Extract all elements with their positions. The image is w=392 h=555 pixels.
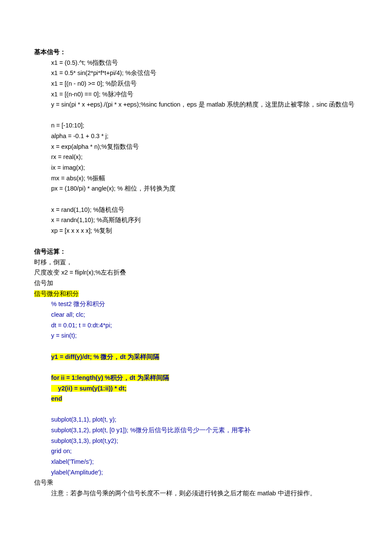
highlight: end bbox=[51, 395, 62, 402]
spacer bbox=[34, 194, 358, 205]
highlight: y2(ii) = sum(y(1:ii)) * dt; bbox=[51, 385, 127, 392]
code-line: n = [-10:10]; bbox=[51, 120, 358, 131]
code-block-7: subplot(3,1,1), plot(t, y); subplot(3,1,… bbox=[34, 414, 358, 477]
code-block-3: x = rand(1,10); %随机信号 x = randn(1,10); %… bbox=[34, 205, 358, 236]
code-line: px = (180/pi) * angle(x); % 相位，并转换为度 bbox=[51, 183, 358, 194]
code-line: grid on; bbox=[51, 446, 358, 457]
code-line: ylabel('Amplitude'); bbox=[51, 467, 358, 478]
code-line-highlight: y2(ii) = sum(y(1:ii)) * dt; bbox=[51, 383, 358, 394]
code-line: x1 = [(n-n0) == 0]; %脉冲信号 bbox=[51, 89, 358, 100]
text-line: 时移，倒置， bbox=[34, 257, 358, 268]
spacer bbox=[34, 110, 358, 121]
note-block: 注意：若参与信号乘的两个信号长度不一样，则必须进行转换之后才能在 matlab … bbox=[34, 488, 358, 499]
code-line: mx = abs(x); %振幅 bbox=[51, 173, 358, 184]
spacer bbox=[34, 362, 358, 373]
highlight: for ii = 1:length(y) %积分，dt 为采样间隔 bbox=[51, 374, 169, 381]
code-line-highlight: for ii = 1:length(y) %积分，dt 为采样间隔 bbox=[51, 373, 358, 383]
code-line: x = rand(1,10); %随机信号 bbox=[51, 205, 358, 215]
code-line: rx = real(x); bbox=[51, 152, 358, 162]
code-line: x = exp(alpha * n);%复指数信号 bbox=[51, 142, 358, 152]
text-line-highlight: 信号微分和积分 bbox=[34, 289, 358, 299]
code-block-6: for ii = 1:length(y) %积分，dt 为采样间隔 y2(ii)… bbox=[34, 373, 358, 404]
code-line: x1 = (0.5).^t; %指数信号 bbox=[51, 58, 358, 68]
code-line: clear all; clc; bbox=[51, 309, 358, 320]
code-line: x1 = 0.5* sin(2*pi*f*t+pi/4); %余弦信号 bbox=[51, 68, 358, 78]
page: 基本信号： x1 = (0.5).^t; %指数信号 x1 = 0.5* sin… bbox=[0, 0, 392, 555]
code-block-4: % test2 微分和积分 clear all; clc; dt = 0.01;… bbox=[34, 299, 358, 341]
heading-signal-ops: 信号运算： bbox=[34, 246, 358, 257]
code-line: y = sin(t); bbox=[51, 330, 358, 341]
code-block-1: x1 = (0.5).^t; %指数信号 x1 = 0.5* sin(2*pi*… bbox=[34, 58, 358, 110]
spacer bbox=[34, 236, 358, 247]
code-line: subplot(3,1,1), plot(t, y); bbox=[51, 414, 358, 425]
code-line: subplot(3,1,2), plot(t, [0 y1]); %微分后信号比… bbox=[51, 425, 358, 436]
heading-basic-signals: 基本信号： bbox=[34, 47, 358, 58]
code-line: % test2 微分和积分 bbox=[51, 299, 358, 309]
code-line: x1 = [(n - n0) >= 0]; %阶跃信号 bbox=[51, 78, 358, 89]
code-block-2: n = [-10:10]; alpha = -0.1 + 0.3 * j; x … bbox=[34, 120, 358, 194]
code-line: xp = [x x x x x]; %复制 bbox=[51, 225, 358, 236]
text-line: 尺度改变 x2 = fliplr(x);%左右折叠 bbox=[34, 267, 358, 278]
code-line: alpha = -0.1 + 0.3 * j; bbox=[51, 131, 358, 142]
spacer bbox=[34, 341, 358, 352]
spacer bbox=[34, 404, 358, 415]
code-line: subplot(3,1,3), plot(t,y2); bbox=[51, 436, 358, 446]
text-line: 注意：若参与信号乘的两个信号长度不一样，则必须进行转换之后才能在 matlab … bbox=[51, 488, 358, 499]
code-line: x = randn(1,10); %高斯随机序列 bbox=[51, 215, 358, 225]
code-block-5: y1 = diff(y)/dt; % 微分，dt 为采样间隔 bbox=[34, 352, 358, 362]
highlight: 信号微分和积分 bbox=[34, 290, 79, 297]
text-line: 信号加 bbox=[34, 278, 358, 289]
code-line-highlight: y1 = diff(y)/dt; % 微分，dt 为采样间隔 bbox=[51, 352, 358, 362]
code-line: y = sin(pi * x +eps)./(pi * x +eps);%sin… bbox=[51, 99, 358, 110]
text-line: 信号乘 bbox=[34, 477, 358, 488]
code-line: xlabel('Time/s'); bbox=[51, 457, 358, 467]
code-line: ix = imag(x); bbox=[51, 162, 358, 173]
code-line: dt = 0.01; t = 0:dt:4*pi; bbox=[51, 320, 358, 331]
code-line-highlight: end bbox=[51, 393, 358, 404]
highlight: y1 = diff(y)/dt; % 微分，dt 为采样间隔 bbox=[51, 353, 159, 360]
